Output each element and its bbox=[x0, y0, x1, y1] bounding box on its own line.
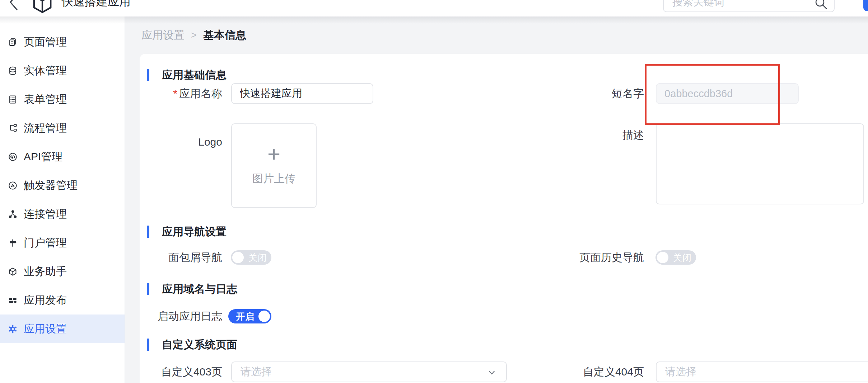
search-input[interactable] bbox=[664, 0, 834, 11]
custom-403-select[interactable]: 请选择 bbox=[231, 361, 507, 382]
history-nav-toggle[interactable]: 关闭 bbox=[655, 250, 696, 265]
logo-label: Logo bbox=[140, 136, 222, 148]
trigger-icon bbox=[8, 181, 18, 190]
section-title: 应用基础信息 bbox=[162, 68, 227, 81]
sidebar-item-connections[interactable]: 连接管理 bbox=[0, 200, 125, 228]
section-title: 自定义系统页面 bbox=[162, 338, 237, 351]
sidebar-item-label: 连接管理 bbox=[24, 207, 67, 222]
history-nav-label: 页面历史导航 bbox=[536, 251, 644, 264]
primary-action-button[interactable] bbox=[863, 0, 868, 11]
search-box bbox=[663, 0, 835, 12]
portal-signpost-icon bbox=[8, 238, 18, 248]
sidebar-item-entities[interactable]: 实体管理 bbox=[0, 56, 125, 85]
section-accent-bar bbox=[147, 226, 149, 238]
sidebar-item-settings[interactable]: 应用设置 bbox=[0, 315, 125, 343]
section-title: 应用域名与日志 bbox=[162, 283, 237, 295]
sidebar-item-assistant[interactable]: 业务助手 bbox=[0, 257, 125, 286]
section-accent-bar bbox=[147, 339, 149, 351]
section-custom-pages: 自定义系统页面 bbox=[147, 338, 237, 351]
app-name-label: *应用名称 bbox=[140, 87, 222, 100]
breadcrumb-parent[interactable]: 应用设置 bbox=[141, 28, 185, 43]
custom-404-label: 自定义404页 bbox=[536, 365, 644, 378]
toggle-knob bbox=[657, 252, 668, 263]
short-name-input[interactable] bbox=[656, 83, 799, 104]
publish-icon bbox=[8, 295, 18, 305]
app-name-input[interactable] bbox=[231, 83, 373, 104]
sidebar-item-triggers[interactable]: 触发器管理 bbox=[0, 171, 125, 200]
sidebar-item-label: 触发器管理 bbox=[24, 178, 78, 193]
pages-icon bbox=[8, 37, 18, 47]
app-log-label: 启动应用日志 bbox=[140, 310, 222, 323]
api-icon bbox=[8, 152, 18, 162]
sidebar-item-label: 应用发布 bbox=[24, 293, 67, 308]
select-placeholder: 请选择 bbox=[665, 365, 696, 379]
search-icon[interactable] bbox=[814, 0, 828, 10]
toggle-state-label: 开启 bbox=[236, 311, 255, 322]
section-accent-bar bbox=[147, 69, 149, 81]
custom-404-select[interactable]: 请选择 bbox=[656, 361, 868, 382]
custom-403-label: 自定义403页 bbox=[140, 365, 222, 378]
plus-icon: + bbox=[267, 143, 280, 165]
toggle-knob bbox=[232, 252, 244, 263]
sidebar-item-pages[interactable]: 页面管理 bbox=[0, 28, 125, 56]
breadcrumb-nav-toggle[interactable]: 关闭 bbox=[231, 250, 271, 265]
section-accent-bar bbox=[147, 283, 149, 295]
settings-card: 应用基础信息 *应用名称 短名字 Logo + 图片上传 描述 应用导航设置 面… bbox=[140, 54, 868, 383]
short-name-label: 短名字 bbox=[536, 87, 644, 100]
sidebar-item-label: 应用设置 bbox=[24, 322, 67, 336]
required-mark: * bbox=[173, 88, 177, 99]
flow-icon bbox=[8, 123, 18, 133]
app-log-toggle[interactable]: 开启 bbox=[228, 309, 271, 323]
top-bar: 快速搭建应用 bbox=[0, 0, 868, 16]
toggle-state-label: 关闭 bbox=[248, 252, 267, 264]
description-textarea[interactable] bbox=[656, 123, 864, 204]
description-label: 描述 bbox=[536, 129, 644, 142]
breadcrumb-nav-label: 面包屑导航 bbox=[140, 251, 222, 264]
sidebar-item-label: 表单管理 bbox=[24, 92, 67, 107]
gear-icon bbox=[8, 324, 18, 334]
toggle-state-label: 关闭 bbox=[673, 252, 692, 264]
section-title: 应用导航设置 bbox=[162, 225, 227, 238]
sidebar-item-forms[interactable]: 表单管理 bbox=[0, 85, 125, 114]
breadcrumb-current: 基本信息 bbox=[203, 28, 246, 43]
section-navigation: 应用导航设置 bbox=[147, 225, 227, 238]
connection-icon bbox=[8, 209, 18, 219]
section-basic-info: 应用基础信息 bbox=[147, 68, 227, 81]
toggle-knob bbox=[258, 311, 270, 322]
sidebar-item-label: 实体管理 bbox=[24, 63, 67, 78]
logo-upload-box[interactable]: + 图片上传 bbox=[231, 123, 317, 208]
upload-label: 图片上传 bbox=[252, 171, 295, 186]
app-logo-cube-icon bbox=[32, 0, 52, 13]
chevron-down-icon bbox=[487, 368, 497, 377]
sidebar-item-publish[interactable]: 应用发布 bbox=[0, 286, 125, 315]
form-icon bbox=[8, 95, 18, 104]
database-icon bbox=[8, 66, 18, 76]
sidebar-item-label: 流程管理 bbox=[24, 121, 67, 136]
sidebar-item-label: API管理 bbox=[24, 150, 62, 164]
breadcrumb: 应用设置 > 基本信息 bbox=[141, 16, 246, 54]
content-area: 应用设置 > 基本信息 应用基础信息 *应用名称 短名字 Logo + 图片上传… bbox=[125, 16, 868, 383]
app-title: 快速搭建应用 bbox=[62, 0, 131, 10]
sidebar: 页面管理 实体管理 表单管理 流程管理 bbox=[0, 16, 125, 383]
sidebar-item-portal[interactable]: 门户管理 bbox=[0, 228, 125, 257]
sidebar-item-api[interactable]: API管理 bbox=[0, 142, 125, 171]
sidebar-item-workflows[interactable]: 流程管理 bbox=[0, 114, 125, 142]
assistant-cube-icon bbox=[8, 267, 18, 276]
back-icon[interactable] bbox=[5, 0, 19, 13]
select-placeholder: 请选择 bbox=[241, 365, 272, 379]
sidebar-item-label: 门户管理 bbox=[24, 236, 67, 250]
section-domain-log: 应用域名与日志 bbox=[147, 283, 237, 295]
breadcrumb-separator: > bbox=[191, 30, 197, 41]
sidebar-item-label: 业务助手 bbox=[24, 264, 67, 279]
sidebar-item-label: 页面管理 bbox=[24, 35, 67, 49]
